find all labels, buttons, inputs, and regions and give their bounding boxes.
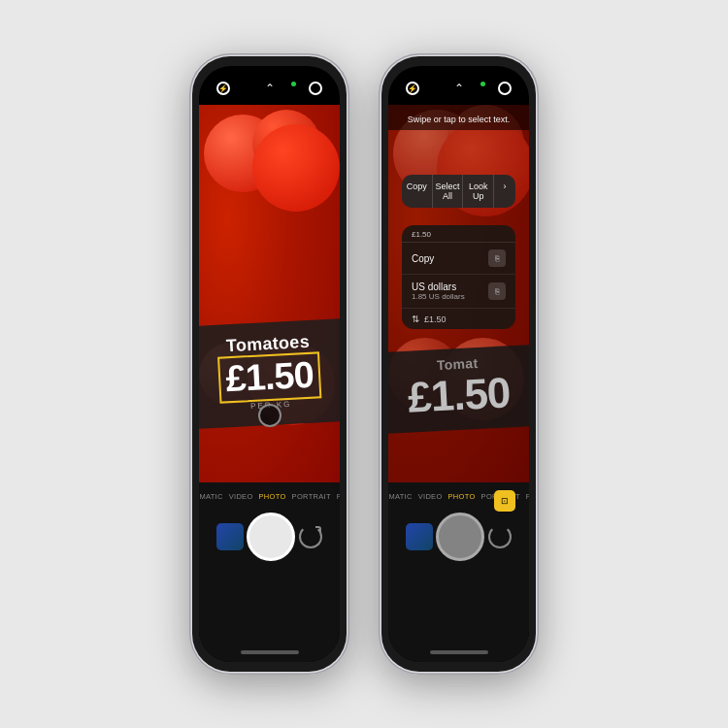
status-bar: ⚡ ⌃ — [199, 80, 340, 97]
photo-thumbnail[interactable] — [216, 523, 244, 550]
scene: ⚡ ⌃ — [0, 0, 728, 728]
phone-2: ⚡ ⌃ Swipe or tap to select text. — [379, 53, 539, 675]
phone-1: ⚡ ⌃ — [189, 53, 349, 675]
photo-thumbnail-2[interactable] — [406, 523, 433, 550]
dropdown-copy-row[interactable]: Copy ⎘ — [402, 243, 515, 275]
camera-controls-2 — [388, 505, 529, 569]
tomato-shape — [252, 124, 340, 212]
dropdown-usdollars-row[interactable]: US dollars 1.85 US dollars ⎘ — [402, 275, 515, 309]
chevron-up-icon-2[interactable]: ⌃ — [450, 80, 468, 97]
status-bar-2: ⚡ ⌃ — [388, 80, 529, 97]
hint-bar: Swipe or tap to select text. — [388, 105, 529, 130]
footer-price: £1.50 — [424, 314, 447, 324]
flip-camera-icon-2[interactable] — [488, 525, 512, 548]
mode-photo[interactable]: PHOTO — [259, 492, 286, 501]
camera-controls — [199, 505, 340, 569]
dropdown-header: £1.50 — [402, 225, 515, 243]
more-button[interactable]: › — [494, 175, 515, 208]
dropdown-copy-label: Copy — [412, 253, 488, 264]
timer-icon-2[interactable] — [496, 80, 513, 97]
mode-portrait[interactable]: PORTRAIT — [292, 492, 331, 501]
home-indicator-2 — [430, 650, 488, 654]
camera-modes: CINEMATIC VIDEO PHOTO PORTRAIT PANO — [199, 482, 340, 501]
look-up-button[interactable]: Look Up — [463, 175, 494, 208]
mode-video-2[interactable]: VIDEO — [418, 492, 443, 501]
mode-photo-2[interactable]: PHOTO — [448, 492, 476, 501]
dropdown-usdollars-col: US dollars 1.85 US dollars — [412, 281, 488, 301]
hint-text: Swipe or tap to select text. — [408, 115, 511, 124]
price-sign-2: Tomat £1.50 — [388, 345, 529, 434]
copy-icon: ⎘ — [488, 249, 506, 267]
flash-icon-2[interactable]: ⚡ — [404, 80, 421, 97]
chevron-up-icon[interactable]: ⌃ — [261, 80, 279, 97]
mode-pano[interactable]: PANO — [337, 492, 340, 501]
flip-camera-icon[interactable] — [299, 525, 322, 548]
select-all-button[interactable]: Select All — [433, 175, 464, 208]
flash-icon[interactable]: ⚡ — [215, 80, 232, 97]
price-outline: £1.50 — [217, 352, 320, 404]
home-indicator — [241, 650, 299, 654]
sign-price-2: £1.50 — [392, 368, 525, 421]
timer-icon[interactable] — [307, 80, 324, 97]
sign-price: £1.50 — [225, 355, 314, 400]
convert-icon: ⇅ — [412, 314, 419, 324]
mode-pano-2[interactable]: PANO — [526, 492, 529, 501]
screen-1: ⚡ ⌃ — [199, 66, 340, 662]
usdollars-icon: ⎘ — [488, 282, 506, 300]
shutter-button-2[interactable] — [436, 513, 484, 561]
lens-indicator — [258, 404, 281, 427]
copy-button[interactable]: Copy — [402, 175, 433, 208]
mode-cinematic[interactable]: CINEMATIC — [199, 492, 223, 501]
dropdown-panel: £1.50 Copy ⎘ US dollars 1.85 US dollars — [402, 225, 515, 329]
screen-2: ⚡ ⌃ Swipe or tap to select text. — [388, 66, 529, 662]
shutter-button[interactable] — [247, 513, 295, 561]
live-text-active-icon[interactable]: ⊡ — [494, 490, 515, 512]
viewfinder-1[interactable]: Tomatoes £1.50 PER KG — [199, 105, 340, 483]
context-menu: Copy Select All Look Up › — [402, 175, 515, 208]
mode-cinematic-2[interactable]: CINEMATIC — [388, 492, 413, 501]
more-chevron-icon: › — [504, 182, 507, 191]
mode-video[interactable]: VIDEO — [229, 492, 253, 501]
dropdown-footer: ⇅ £1.50 — [402, 309, 515, 329]
camera-bottom-bar: CINEMATIC VIDEO PHOTO PORTRAIT PANO — [199, 482, 340, 662]
